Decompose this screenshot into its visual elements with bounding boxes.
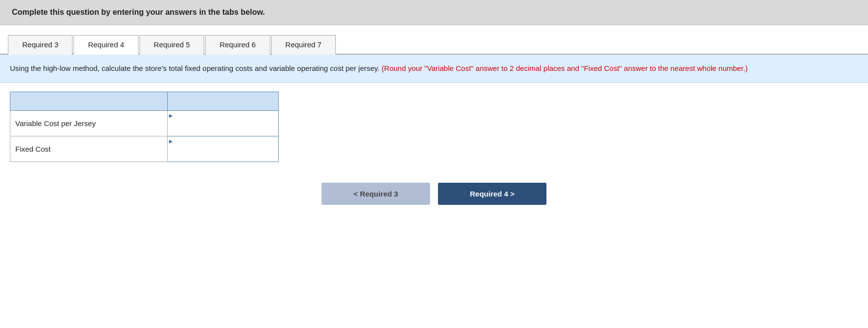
variable-cost-input[interactable] bbox=[168, 119, 278, 136]
table-header-row bbox=[10, 92, 279, 111]
tab-required5[interactable]: Required 5 bbox=[140, 35, 204, 55]
tab-required3[interactable]: Required 3 bbox=[8, 35, 72, 55]
table-header-value bbox=[168, 92, 279, 111]
arrow-marker-1: ► bbox=[168, 112, 174, 119]
instruction-text: Complete this question by entering your … bbox=[12, 8, 265, 16]
question-main-text: Using the high-low method, calculate the… bbox=[10, 64, 380, 72]
tab-required7[interactable]: Required 7 bbox=[271, 35, 336, 55]
variable-cost-label: Variable Cost per Jersey bbox=[10, 111, 168, 136]
tabs-container: Required 3 Required 4 Required 5 Require… bbox=[0, 34, 868, 55]
arrow-marker-2: ► bbox=[168, 138, 174, 145]
fixed-cost-input-cell: ► bbox=[168, 136, 279, 162]
prev-button[interactable]: < Required 3 bbox=[322, 183, 430, 205]
question-block: Using the high-low method, calculate the… bbox=[0, 55, 868, 83]
tab-required4[interactable]: Required 4 bbox=[73, 35, 138, 55]
tab-required6[interactable]: Required 6 bbox=[205, 35, 270, 55]
nav-buttons: < Required 3 Required 4 > bbox=[0, 171, 868, 217]
fixed-cost-label: Fixed Cost bbox=[10, 136, 168, 162]
table-area: Variable Cost per Jersey ► Fixed Cost ► bbox=[0, 83, 868, 171]
instruction-bar: Complete this question by entering your … bbox=[0, 0, 868, 25]
table-header-label bbox=[10, 92, 168, 111]
next-button[interactable]: Required 4 > bbox=[438, 183, 546, 205]
table-row: Fixed Cost ► bbox=[10, 136, 279, 162]
variable-cost-input-cell: ► bbox=[168, 111, 279, 136]
table-row: Variable Cost per Jersey ► bbox=[10, 111, 279, 136]
question-red-text: (Round your "Variable Cost" answer to 2 … bbox=[382, 64, 748, 72]
cost-table: Variable Cost per Jersey ► Fixed Cost ► bbox=[10, 92, 279, 162]
fixed-cost-input[interactable] bbox=[168, 145, 278, 162]
